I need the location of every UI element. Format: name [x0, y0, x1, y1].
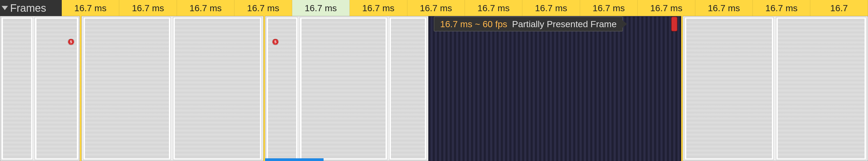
tooltip-frame-type: Partially Presented Frame [512, 19, 617, 29]
frame-duration: 16.7 ms [247, 3, 279, 13]
frame-cell[interactable]: 16.7 [810, 0, 868, 16]
frame-duration: 16.7 ms [477, 3, 509, 13]
frames-track-toggle[interactable]: Frames [0, 0, 62, 16]
frame-duration: 16.7 ms [362, 3, 394, 13]
frame-cell[interactable]: 16.7 ms [177, 0, 235, 16]
frame-cell[interactable]: 16.7 ms [638, 0, 695, 16]
frame-duration: 16.7 ms [132, 3, 164, 13]
frame-duration: 16.7 ms [650, 3, 682, 13]
frame-cell[interactable]: 16.7 ms [465, 0, 522, 16]
frame-screenshot[interactable]: 5 [0, 16, 80, 161]
frame-duration: 16.7 ms [535, 3, 567, 13]
frame-cell[interactable]: 16.7 ms [62, 0, 119, 16]
frame-duration: 16.7 ms [708, 3, 740, 13]
frame-cell[interactable]: 16.7 ms [580, 0, 638, 16]
layout-shift-badge-icon: 5 [68, 39, 74, 45]
frame-screenshot[interactable] [683, 16, 868, 161]
frames-filmstrip[interactable]: 5 5 16.7 ms ~ 60 fps Partially Presented… [0, 16, 868, 161]
frame-cell[interactable]: 16.7 ms [119, 0, 177, 16]
frame-duration: 16.7 ms [74, 3, 106, 13]
frame-cell[interactable]: 16.7 ms [292, 0, 350, 16]
layout-shift-badge-icon: 5 [273, 39, 278, 45]
tooltip-arrow-icon [622, 20, 627, 28]
frame-cell[interactable]: 16.7 ms [522, 0, 580, 16]
frame-cell[interactable]: 16.7 ms [235, 0, 292, 16]
frame-screenshot[interactable] [82, 16, 264, 161]
frame-cell[interactable]: 16.7 ms [695, 0, 753, 16]
frames-header-row: Frames 16.7 ms 16.7 ms 16.7 ms 16.7 ms 1… [0, 0, 868, 16]
timeline-frames-panel: Frames 16.7 ms 16.7 ms 16.7 ms 16.7 ms 1… [0, 0, 868, 161]
frame-duration: 16.7 ms [420, 3, 452, 13]
frame-duration: 16.7 ms [593, 3, 625, 13]
frame-duration: 16.7 ms [305, 3, 337, 13]
frame-cell[interactable]: 16.7 ms [407, 0, 465, 16]
frame-duration: 16.7 ms [189, 3, 222, 13]
frame-duration: 16.7 [830, 3, 848, 13]
partial-frame-marker-icon [671, 17, 678, 31]
disclosure-triangle-icon [2, 6, 8, 10]
frame-tooltip: 16.7 ms ~ 60 fps Partially Presented Fra… [434, 17, 623, 31]
frame-cell[interactable]: 16.7 ms [350, 0, 407, 16]
progress-indicator [265, 158, 323, 161]
tooltip-fps-text: 16.7 ms ~ 60 fps [440, 19, 507, 29]
frame-duration: 16.7 ms [765, 3, 798, 13]
interactions-track-region[interactable] [428, 16, 681, 161]
frame-screenshot[interactable]: 5 [265, 16, 428, 161]
frame-cell[interactable]: 16.7 ms [753, 0, 810, 16]
frames-track-label: Frames [10, 2, 46, 14]
